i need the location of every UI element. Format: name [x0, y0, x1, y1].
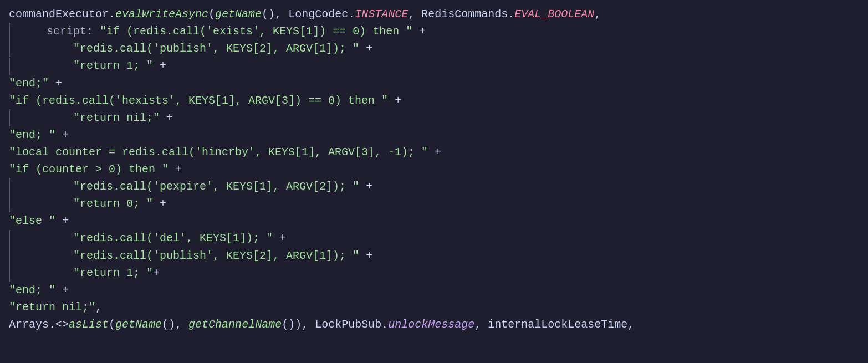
code-block: commandExecutor.evalWriteAsync(getName()…: [0, 0, 868, 363]
